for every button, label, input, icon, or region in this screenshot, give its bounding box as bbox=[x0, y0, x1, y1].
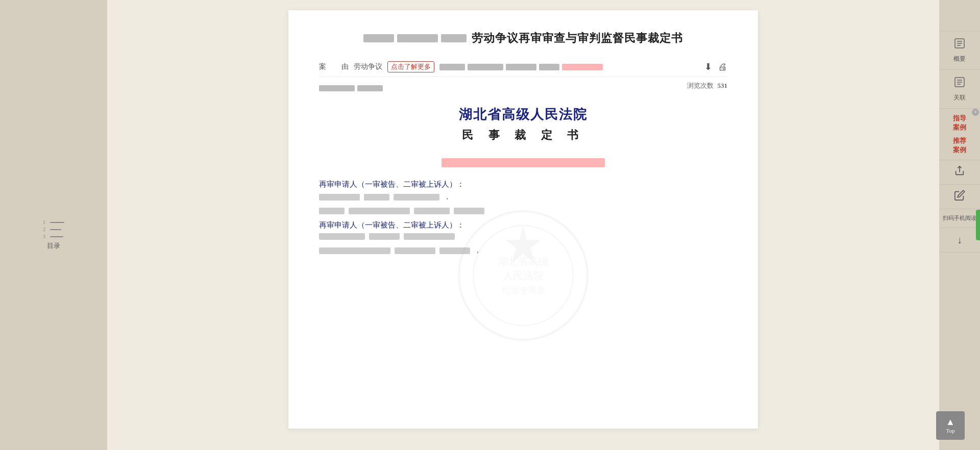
related-icon bbox=[953, 76, 966, 91]
main-content: 劳动争议再审审查与审判监督民事裁定书 案 由 劳动争议 点击了解更多 ⬇ bbox=[107, 0, 939, 450]
share-action[interactable] bbox=[939, 160, 980, 185]
download-icon[interactable]: ⬇ bbox=[704, 61, 712, 72]
arrow-down-icon: ↓ bbox=[957, 234, 962, 246]
title-redacted-blocks bbox=[363, 34, 467, 42]
case-number-area bbox=[319, 158, 727, 169]
share-icon bbox=[954, 165, 965, 179]
document-card: 劳动争议再审审查与审判监督民事裁定书 案 由 劳动争议 点击了解更多 ⬇ bbox=[288, 10, 758, 429]
party1-detail2 bbox=[319, 208, 727, 214]
edit-icon bbox=[954, 190, 965, 204]
related-label: 关联 bbox=[953, 93, 966, 102]
party2-detail2: ， bbox=[319, 246, 727, 255]
party2-detail bbox=[319, 233, 727, 240]
party2-label: 再审申请人（一审被告、二审被上诉人）： bbox=[319, 220, 727, 230]
view-count: 531 bbox=[718, 82, 728, 90]
doc-title-area: 劳动争议再审审查与审判监督民事裁定书 bbox=[319, 31, 727, 46]
print-icon[interactable]: 🖨 bbox=[718, 62, 727, 72]
more-btn[interactable]: 点击了解更多 bbox=[387, 61, 434, 72]
recommend-label[interactable]: 推荐 案例 bbox=[953, 136, 966, 155]
meta-date-row: 浏览次数 531 bbox=[319, 81, 727, 95]
scan-label: 扫码手机阅读 bbox=[943, 214, 976, 222]
scroll-down-action[interactable]: ↓ bbox=[939, 228, 980, 253]
meta-icons: ⬇ 🖨 bbox=[704, 61, 727, 72]
case-label: 案 bbox=[319, 62, 326, 71]
toc-button[interactable]: 1 2 3 目录 bbox=[43, 219, 64, 251]
svg-text:人民法院: 人民法院 bbox=[503, 270, 544, 281]
ruling-title: 民 事 裁 定 书 bbox=[319, 128, 727, 143]
guiding-label[interactable]: 指导 案例 bbox=[953, 114, 966, 132]
scan-section[interactable]: 扫码手机阅读 bbox=[939, 209, 980, 228]
overview-icon bbox=[953, 37, 966, 53]
meta-row: 案 由 劳动争议 点击了解更多 ⬇ 🖨 bbox=[319, 61, 727, 77]
green-tab bbox=[976, 210, 980, 240]
case-number-redacted bbox=[442, 158, 605, 167]
svg-text:司法专用章: 司法专用章 bbox=[502, 286, 545, 295]
redact-block-2 bbox=[397, 34, 438, 42]
svg-point-1 bbox=[473, 226, 573, 326]
edit-action[interactable] bbox=[939, 185, 980, 209]
overview-label: 概要 bbox=[953, 55, 966, 63]
svg-point-0 bbox=[459, 211, 587, 340]
top-arrow-icon: ▲ bbox=[946, 417, 955, 427]
right-sidebar: 概要 关联 × 指导 案例 推荐 案例 bbox=[939, 0, 980, 450]
guiding-section: × 指导 案例 推荐 案例 bbox=[939, 109, 980, 161]
svg-text:湖北省高级: 湖北省高级 bbox=[498, 256, 549, 267]
by-label: 由 bbox=[341, 62, 349, 71]
svg-marker-5 bbox=[505, 226, 541, 263]
overview-tool[interactable]: 概要 bbox=[939, 31, 980, 70]
court-name: 湖北省高级人民法院 bbox=[319, 106, 727, 123]
redact-block-3 bbox=[441, 34, 467, 42]
doc-title-row: 劳动争议再审审查与审判监督民事裁定书 bbox=[319, 31, 727, 46]
toc-label: 目录 bbox=[47, 241, 60, 251]
redact-block-1 bbox=[363, 34, 394, 42]
related-tool[interactable]: 关联 bbox=[939, 70, 980, 109]
view-row: 浏览次数 531 bbox=[687, 81, 728, 90]
view-label: 浏览次数 bbox=[687, 81, 714, 90]
category-label: 劳动争议 bbox=[354, 62, 382, 71]
close-badge[interactable]: × bbox=[972, 109, 979, 116]
top-button[interactable]: ▲ Top bbox=[936, 411, 965, 440]
left-sidebar: 1 2 3 目录 bbox=[0, 0, 107, 450]
party1-label: 再审申请人（一审被告、二审被上诉人）： bbox=[319, 180, 727, 189]
doc-main-title: 劳动争议再审审查与审判监督民事裁定书 bbox=[472, 31, 683, 46]
meta-redacted bbox=[439, 64, 603, 70]
toc-icon: 1 2 3 bbox=[43, 219, 64, 239]
page-wrapper: 1 2 3 目录 bbox=[0, 0, 980, 450]
party1-detail: ， bbox=[319, 192, 727, 202]
top-label: Top bbox=[946, 428, 955, 434]
